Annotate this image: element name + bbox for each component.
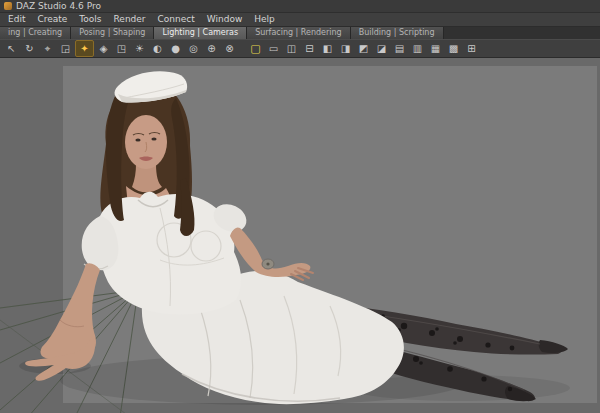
menu-connect[interactable]: Connect: [152, 13, 201, 26]
viewport-layout-quad[interactable]: ⊞: [463, 41, 480, 56]
tab-building-scripting[interactable]: Building | Scripting: [351, 27, 444, 39]
viewport-layout-right-split[interactable]: ◨: [337, 41, 354, 56]
menu-bar: Edit Create Tools Render Connect Window …: [0, 13, 600, 27]
joint-editor-tool[interactable]: ⊕: [203, 41, 220, 56]
title-bar: DAZ Studio 4.6 Pro: [0, 0, 600, 13]
viewport-layout-two-rows[interactable]: ⊟: [301, 41, 318, 56]
tab-surfacing-rendering[interactable]: Surfacing | Rendering: [247, 27, 351, 39]
viewport-layout-grid[interactable]: ▦: [427, 41, 444, 56]
create-point-light-button[interactable]: ●: [167, 41, 184, 56]
menu-window[interactable]: Window: [201, 13, 249, 26]
toolbar-separator: [239, 41, 246, 56]
create-distant-light-button[interactable]: ☀: [131, 41, 148, 56]
orientation-cube-icon[interactable]: ◳: [113, 41, 130, 56]
toolbar: ↖ ↻ ⌖ ◲ ✦ ◈ ◳ ☀ ◐ ● ◎ ⊕ ⊗ ▢ ▭ ◫ ⊟ ◧ ◨ ◩ …: [0, 39, 600, 58]
window-title: DAZ Studio 4.6 Pro: [16, 0, 101, 12]
node-selection-tool[interactable]: ↖: [3, 41, 20, 56]
viewport-3d[interactable]: [0, 58, 600, 413]
viewport-layout-bottom-right[interactable]: ◪: [373, 41, 390, 56]
tab-lighting-cameras[interactable]: Lighting | Cameras: [154, 27, 247, 39]
viewport-layout-mixed[interactable]: ▩: [445, 41, 462, 56]
activity-tab-bar: ing | Creating Posing | Shaping Lighting…: [0, 27, 600, 39]
menu-edit[interactable]: Edit: [2, 13, 31, 26]
create-spot-light-button[interactable]: ◐: [149, 41, 166, 56]
surface-selection-tool[interactable]: ◈: [95, 41, 112, 56]
active-pose-tool[interactable]: ✦: [75, 40, 94, 57]
viewport-layout-single[interactable]: ▭: [265, 41, 282, 56]
aspect-frame-toggle[interactable]: ▢: [247, 41, 264, 56]
viewport-layout-rows[interactable]: ▤: [391, 41, 408, 56]
node-connection-tool[interactable]: ⊗: [221, 41, 238, 56]
translate-tool[interactable]: ⌖: [39, 41, 56, 56]
menu-create[interactable]: Create: [31, 13, 73, 26]
app-icon: [4, 2, 12, 10]
menu-help[interactable]: Help: [248, 13, 281, 26]
daz-studio-window: DAZ Studio 4.6 Pro Edit Create Tools Ren…: [0, 0, 600, 413]
dress-badge: [262, 259, 274, 269]
create-camera-button[interactable]: ◎: [185, 41, 202, 56]
scale-tool[interactable]: ◲: [57, 41, 74, 56]
tab-creating[interactable]: ing | Creating: [0, 27, 71, 39]
viewport-layout-columns[interactable]: ▥: [409, 41, 426, 56]
viewport-layout-top-left[interactable]: ◩: [355, 41, 372, 56]
viewport-layout-left-split[interactable]: ◧: [319, 41, 336, 56]
rotate-tool[interactable]: ↻: [21, 41, 38, 56]
viewport-layout-two-columns[interactable]: ◫: [283, 41, 300, 56]
menu-render[interactable]: Render: [108, 13, 152, 26]
tab-posing-shaping[interactable]: Posing | Shaping: [71, 27, 154, 39]
viewport-3d-view: [0, 58, 600, 413]
menu-tools[interactable]: Tools: [73, 13, 107, 26]
face: [125, 115, 167, 169]
